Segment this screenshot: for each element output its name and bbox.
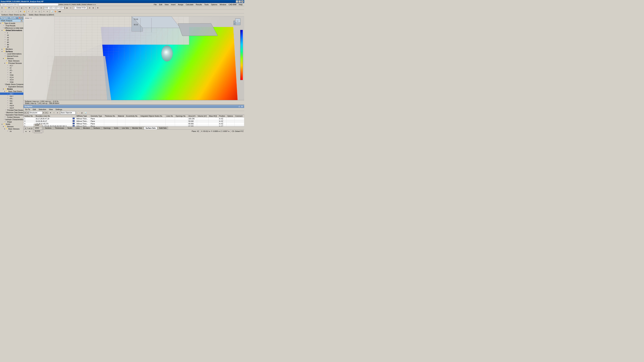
- tabs-scroll-left[interactable]: ◄: [24, 127, 26, 129]
- tree-item-uz[interactable]: ○uz: [0, 38, 23, 41]
- export-table[interactable]: 📋: [77, 111, 80, 114]
- results-minimize[interactable]: ─: [238, 105, 240, 108]
- tree-item-sigma6[interactable]: ○σ1,m: [0, 76, 23, 78]
- tree-item-sigma5[interactable]: ○τmax: [0, 74, 23, 76]
- close-button[interactable]: ✕: [241, 0, 244, 3]
- view-back[interactable]: ↓: [8, 10, 11, 13]
- zoom-fit-button[interactable]: ⊡: [40, 6, 43, 9]
- print-table[interactable]: 🖨: [80, 111, 84, 114]
- bottom-tab-openings[interactable]: Openings: [102, 127, 112, 129]
- bottom-tab-nodes[interactable]: Nodes: [66, 127, 74, 129]
- tree-expander-type-of-results[interactable]: ▾: [0, 23, 2, 24]
- move-button[interactable]: ✥: [28, 6, 31, 9]
- tree-item-phi-y[interactable]: ○φy: [0, 43, 23, 45]
- table-row[interactable]: 1 16,17,28,65-47,18 Without Thick... Pla…: [24, 117, 244, 120]
- tree-item-differences[interactable]: ○Differences to initial state: [0, 27, 23, 29]
- tree-item-stresses-solids[interactable]: ▾📁Stresses: [0, 125, 23, 128]
- load-combo-dropdown[interactable]: CO2 · LC1 + LC2 + LC3 + LC4 ▾: [44, 6, 64, 9]
- tree-item-eyy-m[interactable]: ○εyy,m: [0, 107, 23, 109]
- tree-expander-members[interactable]: ▸: [2, 48, 3, 50]
- nav-sub-close[interactable]: ✕: [21, 20, 23, 22]
- rotate-3d[interactable]: ↻: [19, 10, 22, 13]
- tree-item-phi-xy[interactable]: ○φxy: [0, 102, 23, 104]
- tree-item-eyy-minus[interactable]: ○εyy,-: [0, 99, 23, 102]
- tree-item-local-deformations[interactable]: ○Local Deformations: [0, 53, 23, 55]
- tree-item-phi-x[interactable]: ○φx: [0, 41, 23, 43]
- menu-tools[interactable]: Tools: [203, 3, 210, 6]
- tree-item-members[interactable]: ▸📁Members: [0, 48, 23, 50]
- view-right[interactable]: →: [14, 10, 18, 13]
- menu-edit[interactable]: Edit: [158, 3, 163, 6]
- zoom-in-button[interactable]: 🔍+: [32, 6, 36, 9]
- tree-item-stresses[interactable]: ▾📁Stresses: [0, 57, 23, 60]
- display-toggle[interactable]: □: [0, 10, 4, 13]
- minimize-button[interactable]: ─: [236, 0, 238, 3]
- nav-next[interactable]: ►: [42, 112, 45, 114]
- tree-item-basic-total-strains[interactable]: ▾📁Basic Total Strains: [0, 90, 23, 92]
- tree-item-exy-m[interactable]: ○εxy,m: [0, 104, 23, 107]
- tree-item-sigma8[interactable]: ○τmax: [0, 81, 23, 83]
- menu-file[interactable]: File: [153, 3, 158, 6]
- results-goto[interactable]: Go To: [24, 108, 31, 111]
- table-row[interactable]: 5 1,2,14,271,270-65,28-33,66,69,262,262,…: [24, 125, 244, 126]
- tree-item-sigma2[interactable]: ○σ+: [0, 67, 23, 69]
- bottom-tab-surfaces[interactable]: Surfaces: [92, 127, 102, 129]
- status-grid-button[interactable]: GRID: [34, 127, 42, 130]
- menu-cad-bim[interactable]: CAD-BIM: [228, 3, 237, 6]
- tree-item-sy[interactable]: ○σy: [0, 132, 23, 133]
- result-diagram[interactable]: 📊: [50, 10, 54, 13]
- tree-item-equivalent-stresses[interactable]: ○Equivalent Stresses: [0, 85, 23, 88]
- bottom-tab-sections[interactable]: Sections: [44, 127, 53, 129]
- tree-expander-basic-total-strains[interactable]: ▾: [4, 91, 6, 92]
- pan-button[interactable]: ✋: [22, 10, 26, 13]
- bottom-tab-line-sets[interactable]: Line Sets: [120, 127, 130, 129]
- tree-item-final-results[interactable]: ○Final Results: [0, 24, 23, 27]
- results-filter[interactable]: ▼: [49, 111, 52, 114]
- tree-expander-stresses-solids[interactable]: ▾: [3, 126, 5, 127]
- tree-item-solids[interactable]: ▾📁Solids: [0, 123, 23, 125]
- nav-prev[interactable]: ◄: [26, 112, 29, 114]
- tree-item-principal-total[interactable]: ○Principal Total Strains: [0, 109, 23, 111]
- tree-item-principal-stresses[interactable]: ▾📁Principal Stresses: [0, 62, 23, 64]
- nav-close-button[interactable]: ✕: [21, 17, 23, 19]
- animation-button[interactable]: ▶▶: [58, 10, 62, 13]
- save-button[interactable]: 💾: [8, 6, 11, 9]
- results-edit[interactable]: Edit: [32, 108, 37, 111]
- view-dropdown[interactable]: 1 · Global XYZ ▾: [74, 6, 87, 9]
- status-glines-button[interactable]: GLINES: [34, 133, 42, 133]
- table-row[interactable]: 4 4-9,26,37-58,270 Without Thick... Plan…: [24, 122, 244, 125]
- surface-tool[interactable]: ▭: [34, 10, 38, 13]
- results-table-wrapper[interactable]: Surface No. Boundary Lines No. Stiffness…: [24, 115, 244, 126]
- view-left[interactable]: ←: [11, 10, 14, 13]
- nav-first[interactable]: |◄: [24, 112, 26, 114]
- node-tool[interactable]: •: [27, 10, 30, 13]
- tree-expander-global-deformations[interactable]: ▾: [2, 30, 3, 31]
- menu-insert[interactable]: Insert: [170, 3, 176, 6]
- solid-tool[interactable]: ◻: [38, 10, 41, 13]
- bottom-tab-thicknesses[interactable]: Thicknesses: [53, 127, 66, 129]
- tree-item-basic-stresses-solids[interactable]: ▾📁Basic Stresses: [0, 128, 23, 130]
- tree-item-surfaces[interactable]: ▾📁Surfaces: [0, 50, 23, 53]
- tree-item-global-deformations[interactable]: ▾📁Global Deformations: [0, 29, 23, 31]
- results-settings[interactable]: Settings: [54, 108, 63, 111]
- tree-item-elastic-stress[interactable]: ○Elastic Stress Components: [0, 83, 23, 85]
- menu-calculate[interactable]: Calculate: [185, 3, 194, 6]
- structure-dropdown[interactable]: Structure ▾: [29, 111, 42, 114]
- results-close[interactable]: ✕: [241, 105, 243, 108]
- tree-item-sigma1[interactable]: ○σ1,+: [0, 64, 23, 67]
- maximize-button[interactable]: □: [238, 0, 241, 3]
- tree-expander-surfaces[interactable]: ▾: [2, 51, 3, 52]
- menu-window[interactable]: Window: [219, 3, 227, 6]
- nav-next-btn[interactable]: ►: [28, 130, 32, 133]
- tree-item-isotropic[interactable]: ○Isotropic Characteristics: [0, 118, 23, 121]
- section-tool[interactable]: ≡: [46, 10, 49, 13]
- nav-pin-button[interactable]: 📌: [18, 17, 20, 19]
- tree-item-exx-minus[interactable]: ○εxx,-: [0, 97, 23, 99]
- tree-item-sigma3[interactable]: ○σ1,-: [0, 69, 23, 71]
- tree-item-phi-z[interactable]: ○φz: [0, 45, 23, 48]
- line-tool[interactable]: ╱: [30, 10, 34, 13]
- basic-objects-dropdown[interactable]: Basic Objects ▾: [60, 111, 76, 114]
- tree-item-u[interactable]: ○u: [0, 31, 23, 34]
- view-front[interactable]: ↑: [4, 10, 7, 13]
- menu-assign[interactable]: Assign: [177, 3, 184, 6]
